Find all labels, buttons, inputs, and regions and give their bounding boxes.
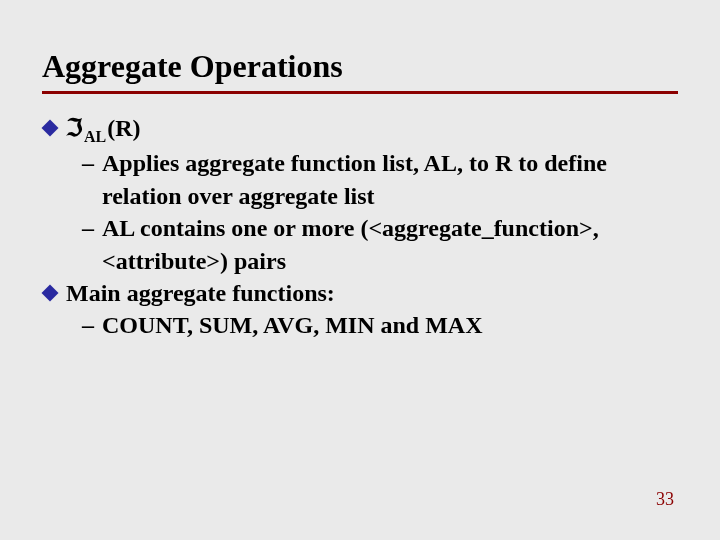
sub-bullet-item: – COUNT, SUM, AVG, MIN and MAX xyxy=(82,309,678,341)
title-underline xyxy=(42,91,678,94)
sub-bullet-text: Applies aggregate function list, AL, to … xyxy=(102,147,662,212)
aggregate-subscript: AL xyxy=(84,128,106,145)
aggregate-symbol: ℑ xyxy=(66,115,83,141)
bullet-text: Main aggregate functions: xyxy=(66,277,335,309)
diamond-bullet-icon xyxy=(42,120,59,137)
sub-list: – Applies aggregate function list, AL, t… xyxy=(82,147,678,277)
dash-bullet-icon: – xyxy=(82,309,94,341)
dash-bullet-icon: – xyxy=(82,147,94,212)
sub-bullet-text: AL contains one or more (<aggregate_func… xyxy=(102,212,662,277)
bullet-text: ℑAL(R) xyxy=(66,112,141,147)
sub-bullet-item: – Applies aggregate function list, AL, t… xyxy=(82,147,678,212)
slide: Aggregate Operations ℑAL(R) – Applies ag… xyxy=(0,0,720,540)
dash-bullet-icon: – xyxy=(82,212,94,277)
slide-content: ℑAL(R) – Applies aggregate function list… xyxy=(42,112,678,342)
slide-title: Aggregate Operations xyxy=(42,48,678,85)
aggregate-arg: (R) xyxy=(107,115,140,141)
page-number: 33 xyxy=(656,489,674,510)
sub-bullet-text: COUNT, SUM, AVG, MIN and MAX xyxy=(102,309,482,341)
bullet-item: Main aggregate functions: xyxy=(42,277,678,309)
sub-list: – COUNT, SUM, AVG, MIN and MAX xyxy=(82,309,678,341)
bullet-item: ℑAL(R) xyxy=(42,112,678,147)
sub-bullet-item: – AL contains one or more (<aggregate_fu… xyxy=(82,212,678,277)
diamond-bullet-icon xyxy=(42,284,59,301)
